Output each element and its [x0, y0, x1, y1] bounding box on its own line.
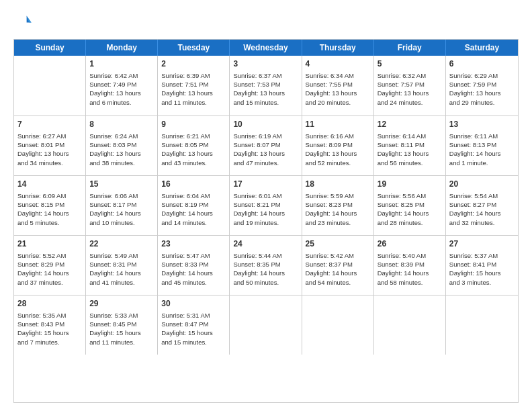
calendar-cell: 13Sunrise: 6:11 AM Sunset: 8:13 PM Dayli…: [446, 116, 518, 175]
header-day-monday: Monday: [86, 40, 158, 56]
calendar-cell: 1Sunrise: 6:42 AM Sunset: 7:49 PM Daylig…: [86, 56, 158, 116]
page: SundayMondayTuesdayWednesdayThursdayFrid…: [0, 0, 532, 411]
day-number: 16: [161, 179, 226, 190]
cell-info: Sunrise: 6:16 AM Sunset: 8:09 PM Dayligh…: [306, 132, 370, 167]
cell-info: Sunrise: 5:40 AM Sunset: 8:39 PM Dayligh…: [378, 251, 442, 287]
calendar-week-1: 1Sunrise: 6:42 AM Sunset: 7:49 PM Daylig…: [14, 56, 518, 116]
cell-info: Sunrise: 6:37 AM Sunset: 7:53 PM Dayligh…: [233, 71, 298, 107]
cell-info: Sunrise: 6:39 AM Sunset: 7:51 PM Dayligh…: [161, 71, 226, 107]
day-number: 10: [233, 119, 298, 130]
day-number: 2: [161, 58, 226, 70]
calendar-week-4: 21Sunrise: 5:52 AM Sunset: 8:29 PM Dayli…: [14, 235, 518, 295]
day-number: 25: [306, 238, 370, 250]
cell-info: Sunrise: 5:49 AM Sunset: 8:31 PM Dayligh…: [89, 251, 154, 287]
day-number: 3: [233, 58, 298, 70]
cell-info: Sunrise: 5:52 AM Sunset: 8:29 PM Dayligh…: [17, 251, 82, 287]
day-number: 30: [161, 298, 226, 310]
calendar-cell: 24Sunrise: 5:44 AM Sunset: 8:35 PM Dayli…: [230, 236, 302, 295]
calendar-cell: 6Sunrise: 6:29 AM Sunset: 7:59 PM Daylig…: [446, 56, 518, 116]
day-number: 8: [89, 119, 154, 130]
day-number: 26: [378, 238, 442, 250]
calendar-cell: 5Sunrise: 6:32 AM Sunset: 7:57 PM Daylig…: [374, 56, 446, 116]
day-number: 11: [306, 119, 370, 130]
cell-info: Sunrise: 6:24 AM Sunset: 8:03 PM Dayligh…: [89, 132, 154, 167]
calendar-cell: 12Sunrise: 6:14 AM Sunset: 8:11 PM Dayli…: [374, 116, 446, 175]
calendar-cell: 3Sunrise: 6:37 AM Sunset: 7:53 PM Daylig…: [230, 56, 302, 116]
calendar-cell: 9Sunrise: 6:21 AM Sunset: 8:05 PM Daylig…: [158, 116, 230, 175]
cell-info: Sunrise: 5:42 AM Sunset: 8:37 PM Dayligh…: [306, 251, 370, 287]
cell-info: Sunrise: 6:11 AM Sunset: 8:13 PM Dayligh…: [449, 132, 515, 167]
day-number: 27: [449, 238, 515, 250]
day-number: 18: [306, 179, 370, 190]
day-number: 24: [233, 238, 298, 250]
cell-info: Sunrise: 6:42 AM Sunset: 7:49 PM Dayligh…: [89, 71, 154, 107]
calendar-cell: 20Sunrise: 5:54 AM Sunset: 8:27 PM Dayli…: [446, 176, 518, 235]
header-day-wednesday: Wednesday: [230, 40, 302, 56]
day-number: 20: [449, 179, 515, 190]
cell-info: Sunrise: 5:35 AM Sunset: 8:43 PM Dayligh…: [17, 311, 82, 347]
calendar-week-5: 28Sunrise: 5:35 AM Sunset: 8:43 PM Dayli…: [14, 295, 518, 355]
cell-info: Sunrise: 5:37 AM Sunset: 8:41 PM Dayligh…: [449, 251, 515, 287]
calendar-cell: 16Sunrise: 6:04 AM Sunset: 8:19 PM Dayli…: [158, 176, 230, 235]
logo-icon: [13, 12, 32, 31]
calendar-cell: 17Sunrise: 6:01 AM Sunset: 8:21 PM Dayli…: [230, 176, 302, 235]
cell-info: Sunrise: 6:27 AM Sunset: 8:01 PM Dayligh…: [17, 132, 82, 167]
header: [13, 12, 519, 31]
calendar-cell: 7Sunrise: 6:27 AM Sunset: 8:01 PM Daylig…: [14, 116, 86, 175]
day-number: 15: [89, 179, 154, 190]
day-number: 13: [449, 119, 515, 130]
calendar-week-3: 14Sunrise: 6:09 AM Sunset: 8:15 PM Dayli…: [14, 175, 518, 235]
cell-info: Sunrise: 6:04 AM Sunset: 8:19 PM Dayligh…: [161, 191, 226, 227]
day-number: 5: [378, 58, 442, 70]
day-number: 28: [17, 298, 82, 310]
calendar-cell: 30Sunrise: 5:31 AM Sunset: 8:47 PM Dayli…: [158, 295, 230, 355]
calendar-cell: [446, 295, 518, 355]
cell-info: Sunrise: 5:31 AM Sunset: 8:47 PM Dayligh…: [161, 311, 226, 347]
cell-info: Sunrise: 5:59 AM Sunset: 8:23 PM Dayligh…: [306, 191, 370, 227]
calendar-cell: 21Sunrise: 5:52 AM Sunset: 8:29 PM Dayli…: [14, 236, 86, 295]
calendar-cell: 8Sunrise: 6:24 AM Sunset: 8:03 PM Daylig…: [86, 116, 158, 175]
day-number: 19: [378, 179, 442, 190]
calendar-week-2: 7Sunrise: 6:27 AM Sunset: 8:01 PM Daylig…: [14, 116, 518, 175]
calendar-cell: 23Sunrise: 5:47 AM Sunset: 8:33 PM Dayli…: [158, 236, 230, 295]
header-day-sunday: Sunday: [14, 40, 86, 56]
calendar-body: 1Sunrise: 6:42 AM Sunset: 7:49 PM Daylig…: [14, 56, 518, 355]
calendar-cell: 14Sunrise: 6:09 AM Sunset: 8:15 PM Dayli…: [14, 176, 86, 235]
calendar-cell: 19Sunrise: 5:56 AM Sunset: 8:25 PM Dayli…: [374, 176, 446, 235]
cell-info: Sunrise: 5:54 AM Sunset: 8:27 PM Dayligh…: [449, 191, 515, 227]
calendar-cell: [374, 295, 446, 355]
cell-info: Sunrise: 6:06 AM Sunset: 8:17 PM Dayligh…: [89, 191, 154, 227]
calendar-cell: 22Sunrise: 5:49 AM Sunset: 8:31 PM Dayli…: [86, 236, 158, 295]
cell-info: Sunrise: 6:19 AM Sunset: 8:07 PM Dayligh…: [233, 132, 298, 167]
header-day-saturday: Saturday: [446, 40, 518, 56]
cell-info: Sunrise: 6:01 AM Sunset: 8:21 PM Dayligh…: [233, 191, 298, 227]
calendar-cell: 4Sunrise: 6:34 AM Sunset: 7:55 PM Daylig…: [302, 56, 374, 116]
calendar-cell: 25Sunrise: 5:42 AM Sunset: 8:37 PM Dayli…: [302, 236, 374, 295]
calendar-cell: [14, 56, 86, 116]
day-number: 7: [17, 119, 82, 130]
calendar-cell: 11Sunrise: 6:16 AM Sunset: 8:09 PM Dayli…: [302, 116, 374, 175]
cell-info: Sunrise: 6:32 AM Sunset: 7:57 PM Dayligh…: [378, 71, 442, 107]
day-number: 6: [449, 58, 515, 70]
day-number: 9: [161, 119, 226, 130]
header-day-friday: Friday: [374, 40, 446, 56]
day-number: 23: [161, 238, 226, 250]
calendar-cell: 29Sunrise: 5:33 AM Sunset: 8:45 PM Dayli…: [86, 295, 158, 355]
calendar-cell: [302, 295, 374, 355]
calendar-header: SundayMondayTuesdayWednesdayThursdayFrid…: [14, 40, 518, 56]
day-number: 17: [233, 179, 298, 190]
calendar-cell: 2Sunrise: 6:39 AM Sunset: 7:51 PM Daylig…: [158, 56, 230, 116]
cell-info: Sunrise: 5:44 AM Sunset: 8:35 PM Dayligh…: [233, 251, 298, 287]
cell-info: Sunrise: 6:09 AM Sunset: 8:15 PM Dayligh…: [17, 191, 82, 227]
cell-info: Sunrise: 6:21 AM Sunset: 8:05 PM Dayligh…: [161, 132, 226, 167]
cell-info: Sunrise: 6:34 AM Sunset: 7:55 PM Dayligh…: [306, 71, 370, 107]
day-number: 22: [89, 238, 154, 250]
cell-info: Sunrise: 6:29 AM Sunset: 7:59 PM Dayligh…: [449, 71, 515, 107]
calendar-cell: [230, 295, 302, 355]
day-number: 12: [378, 119, 442, 130]
cell-info: Sunrise: 6:14 AM Sunset: 8:11 PM Dayligh…: [378, 132, 442, 167]
calendar-cell: 10Sunrise: 6:19 AM Sunset: 8:07 PM Dayli…: [230, 116, 302, 175]
calendar-cell: 27Sunrise: 5:37 AM Sunset: 8:41 PM Dayli…: [446, 236, 518, 295]
day-number: 21: [17, 238, 82, 250]
day-number: 29: [89, 298, 154, 310]
